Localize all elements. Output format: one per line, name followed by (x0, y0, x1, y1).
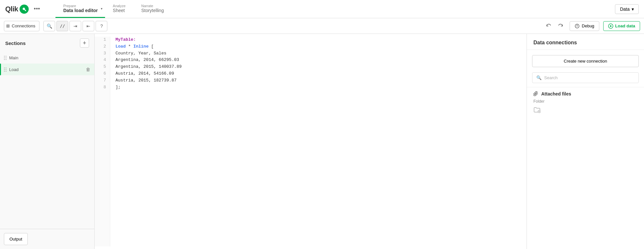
right-panel: Data connections Create new connection 🔍… (527, 34, 644, 249)
nav-tabs: Prepare Data load editor ▾ Analyze Sheet… (55, 0, 172, 18)
code-line-6: Austria, 2014, 54166.09 (115, 70, 521, 77)
code-line-2: Load * Inline [ (115, 43, 521, 50)
search-icon: 🔍 (536, 75, 542, 80)
main-layout: Sections + Main Load 🗑 Output (0, 34, 644, 249)
create-connection-btn[interactable]: Create new connection (532, 55, 639, 67)
search-placeholder: Search (544, 75, 558, 80)
sidebar-item-main-label: Main (9, 55, 90, 60)
active-indicator (0, 64, 1, 75)
folder-label: Folder (533, 99, 637, 104)
tab-narrate-sub: Narrate (141, 4, 164, 8)
tab-prepare-sub: Prepare (63, 4, 98, 8)
help-icon: ? (100, 23, 103, 29)
outdent-btn[interactable]: ⇤ (83, 21, 94, 31)
data-button-label: Data (620, 7, 630, 12)
code-editor[interactable]: 1 2 3 4 5 6 7 8 MyTable: Load * Inline [… (95, 34, 527, 249)
undo-btn[interactable] (544, 21, 554, 31)
line-num-1: 1 (99, 37, 106, 43)
drag-handle-load (4, 67, 7, 72)
tab-prepare[interactable]: Prepare Data load editor ▾ (55, 0, 105, 18)
editor-area[interactable]: 1 2 3 4 5 6 7 8 MyTable: Load * Inline [… (95, 34, 527, 249)
paperclip-icon (533, 91, 539, 96)
sections-title: Sections (5, 40, 26, 46)
comment-btn[interactable]: // (56, 21, 68, 31)
connections-label: Connections (12, 23, 35, 28)
tab-analyze-main: Sheet (113, 8, 126, 13)
connections-btn[interactable]: ⊞ Connections (4, 21, 39, 31)
tab-narrate[interactable]: Narrate Storytelling (133, 0, 172, 18)
top-nav: Qlik ••• Prepare Data load editor ▾ Anal… (0, 0, 644, 18)
folder-icon[interactable] (533, 106, 541, 115)
redo-btn[interactable] (555, 21, 566, 31)
indent-btn[interactable]: ⇥ (69, 21, 81, 31)
line-num-3: 3 (99, 50, 106, 57)
output-btn[interactable]: Output (4, 233, 28, 245)
more-menu-btn[interactable]: ••• (31, 4, 43, 14)
tab-prepare-arrow: ▾ (101, 7, 102, 10)
tab-prepare-main: Data load editor (63, 8, 98, 13)
search-box[interactable]: 🔍 Search (532, 72, 639, 83)
undo-redo (544, 21, 566, 31)
drag-handle-main (4, 56, 7, 60)
folder-icon-area (533, 106, 637, 115)
code-line-1: MyTable: (115, 37, 521, 43)
attached-files-label: Attached files (541, 91, 571, 96)
code-content[interactable]: MyTable: Load * Inline [ Country, Year, … (110, 37, 527, 246)
grid-icon: ⊞ (6, 23, 10, 28)
qlik-text: Qlik (5, 5, 18, 13)
tab-analyze[interactable]: Analyze Sheet (105, 0, 133, 18)
line-num-4: 4 (99, 57, 106, 64)
line-numbers: 1 2 3 4 5 6 7 8 (95, 37, 110, 246)
line-num-5: 5 (99, 64, 106, 70)
toolbar-right: Debug Load data (544, 21, 640, 31)
svg-marker-5 (610, 25, 612, 27)
qlik-icon (20, 5, 29, 14)
code-line-3: Country, Year, Sales (115, 50, 521, 57)
search-btn[interactable]: 🔍 (43, 21, 55, 31)
search-icon: 🔍 (47, 23, 52, 29)
data-button-arrow: ▾ (632, 7, 634, 12)
sidebar-item-load[interactable]: Load 🗑 (0, 64, 94, 75)
comment-icon: // (60, 23, 65, 28)
nav-right: Data ▾ (615, 4, 644, 14)
code-line-5: Argentina, 2015, 140037.89 (115, 64, 521, 70)
code-line-7: Austria, 2015, 182739.87 (115, 77, 521, 84)
add-section-btn[interactable]: + (80, 38, 89, 48)
line-num-6: 6 (99, 70, 106, 77)
tab-analyze-sub: Analyze (113, 4, 126, 8)
sidebar-footer: Output (0, 229, 94, 249)
line-num-2: 2 (99, 43, 106, 50)
line-num-7: 7 (99, 77, 106, 84)
code-line-8: ]; (115, 84, 521, 91)
logo-area: Qlik ••• (0, 4, 55, 14)
debug-label: Debug (582, 23, 594, 28)
attached-files-header: Attached files (533, 91, 637, 96)
load-data-btn[interactable]: Load data (603, 21, 640, 31)
sidebar-item-load-label: Load (9, 67, 83, 72)
code-line-4: Argentina, 2014, 66295.03 (115, 57, 521, 64)
attached-files-section: Attached files Folder (527, 87, 644, 118)
toolbar: ⊞ Connections 🔍 // ⇥ ⇤ ? Debug Load data (0, 18, 644, 34)
qlik-logo: Qlik (5, 5, 29, 14)
data-button[interactable]: Data ▾ (615, 4, 639, 14)
indent-icon: ⇥ (73, 23, 77, 29)
delete-section-icon[interactable]: 🗑 (86, 67, 90, 72)
sidebar: Sections + Main Load 🗑 Output (0, 34, 95, 249)
load-data-label: Load data (615, 23, 635, 28)
sidebar-header: Sections + (0, 34, 94, 52)
tab-narrate-main: Storytelling (141, 8, 164, 13)
help-btn[interactable]: ? (96, 21, 107, 31)
outdent-icon: ⇤ (86, 23, 90, 29)
sidebar-item-main[interactable]: Main (0, 52, 94, 64)
debug-btn[interactable]: Debug (570, 21, 599, 31)
line-num-8: 8 (99, 84, 106, 91)
data-connections-title: Data connections (527, 34, 644, 50)
